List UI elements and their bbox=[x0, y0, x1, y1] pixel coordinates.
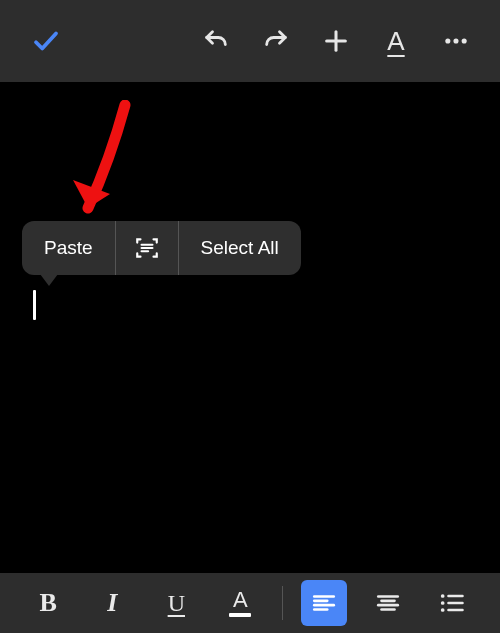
plus-icon bbox=[322, 27, 350, 55]
svg-point-18 bbox=[441, 601, 445, 605]
undo-icon bbox=[202, 27, 230, 55]
svg-point-20 bbox=[441, 608, 445, 612]
toolbar-separator bbox=[282, 586, 283, 620]
svg-point-3 bbox=[453, 38, 458, 43]
context-menu: Paste Select All bbox=[22, 221, 301, 275]
text-style-icon: A bbox=[387, 28, 404, 54]
top-toolbar: A bbox=[0, 0, 500, 82]
bold-icon: B bbox=[39, 588, 56, 618]
align-left-button[interactable] bbox=[301, 580, 347, 626]
text-cursor bbox=[33, 290, 36, 320]
select-all-menu-item[interactable]: Select All bbox=[179, 221, 301, 275]
svg-point-16 bbox=[441, 594, 445, 598]
scan-text-menu-item[interactable] bbox=[116, 221, 179, 275]
context-menu-tail bbox=[40, 274, 58, 286]
bottom-format-toolbar: B I U A bbox=[0, 573, 500, 633]
scan-text-icon bbox=[134, 235, 160, 261]
text-color-icon: A bbox=[229, 589, 251, 617]
document-canvas[interactable] bbox=[0, 82, 500, 573]
redo-button[interactable] bbox=[250, 15, 302, 67]
italic-icon: I bbox=[107, 588, 117, 618]
text-color-button[interactable]: A bbox=[217, 580, 263, 626]
select-all-label: Select All bbox=[201, 237, 279, 259]
more-icon bbox=[442, 27, 470, 55]
underline-button[interactable]: U bbox=[153, 580, 199, 626]
bullet-list-button[interactable] bbox=[429, 580, 475, 626]
bold-button[interactable]: B bbox=[25, 580, 71, 626]
align-center-button[interactable] bbox=[365, 580, 411, 626]
align-center-icon bbox=[375, 590, 401, 616]
overflow-button[interactable] bbox=[430, 15, 482, 67]
paste-label: Paste bbox=[44, 237, 93, 259]
bullet-list-icon bbox=[438, 589, 466, 617]
undo-button[interactable] bbox=[190, 15, 242, 67]
svg-point-2 bbox=[445, 38, 450, 43]
svg-point-4 bbox=[462, 38, 467, 43]
paste-menu-item[interactable]: Paste bbox=[22, 221, 116, 275]
confirm-button[interactable] bbox=[20, 15, 72, 67]
checkmark-icon bbox=[31, 26, 61, 56]
italic-button[interactable]: I bbox=[89, 580, 135, 626]
text-format-button[interactable]: A bbox=[370, 15, 422, 67]
align-left-icon bbox=[311, 590, 337, 616]
redo-icon bbox=[262, 27, 290, 55]
insert-button[interactable] bbox=[310, 15, 362, 67]
text-color-bar bbox=[229, 613, 251, 617]
underline-icon: U bbox=[168, 590, 185, 617]
